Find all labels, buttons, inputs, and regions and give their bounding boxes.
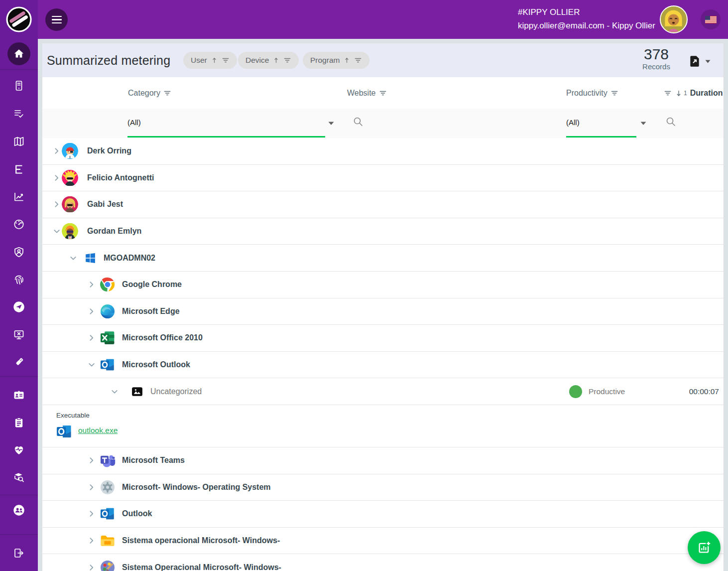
productivity-filter-caret-icon[interactable] bbox=[640, 122, 646, 125]
sidebar-item-home[interactable] bbox=[7, 42, 30, 65]
send-icon bbox=[13, 301, 25, 313]
sidebar-item-usb[interactable] bbox=[0, 356, 38, 368]
user-info: kippy.ollier@email.com - Kippy Ollier bbox=[518, 19, 655, 32]
group-pill-program[interactable]: Program bbox=[303, 52, 369, 69]
sidebar-item-fingerprint[interactable] bbox=[0, 274, 38, 286]
add-report-fab[interactable] bbox=[688, 531, 721, 564]
tree-row[interactable]: Gabi Jest bbox=[42, 191, 724, 218]
tree-row[interactable]: Gordan Emlyn bbox=[42, 218, 724, 245]
website-search-icon[interactable] bbox=[353, 116, 364, 127]
chevron-right-icon[interactable] bbox=[87, 334, 96, 342]
sidebar-item-people[interactable] bbox=[0, 504, 38, 516]
sidebar-item-shield-user[interactable] bbox=[0, 246, 38, 258]
sidebar-item-gauge[interactable] bbox=[0, 218, 38, 230]
chevron-right-icon[interactable] bbox=[87, 281, 96, 289]
sidebar-item-remote-desktop[interactable] bbox=[0, 329, 38, 341]
tree-row[interactable]: Felicio Antognetti bbox=[42, 165, 724, 192]
user-avatar[interactable] bbox=[660, 5, 688, 33]
column-header-category[interactable]: Category bbox=[128, 89, 171, 98]
category-filter-select[interactable]: (All) bbox=[127, 118, 141, 127]
executable-link[interactable]: outlook.exe bbox=[78, 426, 118, 435]
top-bar: #KIPPY OLLIER kippy.ollier@email.com - K… bbox=[0, 0, 728, 39]
pill-label: Device bbox=[245, 56, 269, 65]
chevron-down-icon[interactable] bbox=[87, 361, 96, 369]
folder-icon bbox=[100, 533, 116, 549]
column-header-website[interactable]: Website bbox=[347, 89, 387, 98]
sidebar-nav bbox=[0, 39, 38, 571]
clipboard-icon bbox=[13, 417, 25, 428]
chevron-right-icon[interactable] bbox=[87, 563, 96, 571]
chevron-right-icon[interactable] bbox=[52, 200, 61, 209]
sidebar-item-devices[interactable] bbox=[0, 80, 38, 92]
tree-rows: Derk Orring Felicio Antognetti Gabi Jest… bbox=[42, 138, 724, 571]
sidebar-item-send[interactable] bbox=[0, 301, 38, 313]
duration-value: 00:00:07 bbox=[689, 387, 719, 396]
chevron-right-icon[interactable] bbox=[87, 483, 96, 491]
duration-search-icon[interactable] bbox=[665, 116, 676, 127]
records-label: Records bbox=[638, 62, 675, 71]
home-icon bbox=[12, 47, 25, 60]
sidebar-item-logout[interactable] bbox=[0, 547, 38, 559]
row-label: Sistema Operacional Microsoft- Windows- bbox=[122, 563, 281, 571]
tree-row[interactable]: Microsoft- Windows- Operating System bbox=[42, 474, 724, 501]
filter-icon bbox=[283, 57, 291, 64]
export-button[interactable] bbox=[688, 55, 711, 68]
tree-row[interactable]: Google Chrome bbox=[42, 272, 724, 298]
sidebar-item-bar-chart[interactable] bbox=[0, 163, 38, 175]
logout-icon bbox=[13, 547, 25, 559]
usb-icon bbox=[13, 356, 25, 368]
chevron-down-icon[interactable] bbox=[110, 387, 119, 396]
export-caret-icon bbox=[705, 60, 711, 63]
group-pill-device[interactable]: Device bbox=[238, 52, 299, 69]
chevron-right-icon[interactable] bbox=[87, 510, 96, 518]
chevron-right-icon[interactable] bbox=[52, 147, 61, 155]
filter-icon bbox=[163, 90, 171, 97]
productivity-filter-select[interactable]: (All) bbox=[566, 118, 580, 127]
windows-icon bbox=[84, 252, 97, 264]
row-label: MGOADMN02 bbox=[104, 254, 155, 263]
language-button[interactable] bbox=[701, 9, 721, 29]
app-logo[interactable] bbox=[0, 0, 38, 39]
filter-icon bbox=[379, 90, 387, 97]
category-filter-caret-icon[interactable] bbox=[328, 122, 334, 125]
tree-row[interactable]: Outlook bbox=[42, 501, 724, 528]
tree-row[interactable]: Sistema operacional Microsoft- Windows- bbox=[42, 528, 724, 555]
outlook-icon bbox=[56, 423, 73, 440]
tree-row[interactable]: Microsoft Outlook bbox=[42, 352, 724, 379]
sidebar-item-health[interactable] bbox=[0, 444, 38, 456]
sidebar-item-inspect[interactable] bbox=[0, 471, 38, 483]
sidebar-item-line-chart[interactable] bbox=[0, 191, 38, 203]
column-header-duration[interactable]: 1 Duration bbox=[664, 89, 723, 98]
avatar-derk-icon bbox=[62, 143, 78, 159]
sidebar-item-tasks[interactable] bbox=[0, 108, 38, 120]
chevron-right-icon[interactable] bbox=[52, 173, 61, 182]
column-header-productivity[interactable]: Productivity bbox=[566, 89, 618, 98]
menu-button[interactable] bbox=[45, 8, 68, 31]
group-pill-user[interactable]: User bbox=[183, 52, 237, 69]
chrome-icon bbox=[100, 277, 116, 292]
sidebar-item-id-card[interactable] bbox=[0, 389, 38, 401]
map-icon bbox=[13, 136, 25, 147]
tree-row[interactable]: Sistema Operacional Microsoft- Windows- bbox=[42, 554, 724, 571]
row-label: Microsoft Outlook bbox=[122, 360, 190, 369]
tree-row[interactable]: Uncategorized Productive 00:00:07 bbox=[42, 378, 724, 405]
tree-row[interactable]: Microsoft Office 2010 bbox=[42, 325, 724, 352]
chevron-down-icon[interactable] bbox=[69, 254, 77, 262]
brand-logo-icon bbox=[6, 6, 32, 32]
chevron-right-icon[interactable] bbox=[87, 307, 96, 315]
tree-row[interactable]: Derk Orring bbox=[42, 138, 724, 165]
tree-row[interactable]: MGOADMN02 bbox=[42, 245, 724, 272]
chevron-right-icon[interactable] bbox=[87, 456, 96, 465]
row-label: Uncategorized bbox=[150, 387, 202, 396]
sort-desc-icon bbox=[675, 89, 683, 97]
sidebar-item-map[interactable] bbox=[0, 136, 38, 147]
sidebar-item-clipboard[interactable] bbox=[0, 417, 38, 428]
chevron-down-icon[interactable] bbox=[52, 227, 61, 236]
tree-row[interactable]: Microsoft Edge bbox=[42, 298, 724, 325]
palette-icon bbox=[100, 560, 116, 571]
people-icon bbox=[13, 504, 25, 516]
tree-row[interactable]: Microsoft Teams bbox=[42, 447, 724, 474]
account-info: #KIPPY OLLIER kippy.ollier@email.com - K… bbox=[518, 5, 655, 32]
productivity-dot bbox=[569, 385, 582, 398]
chevron-right-icon[interactable] bbox=[87, 537, 96, 545]
